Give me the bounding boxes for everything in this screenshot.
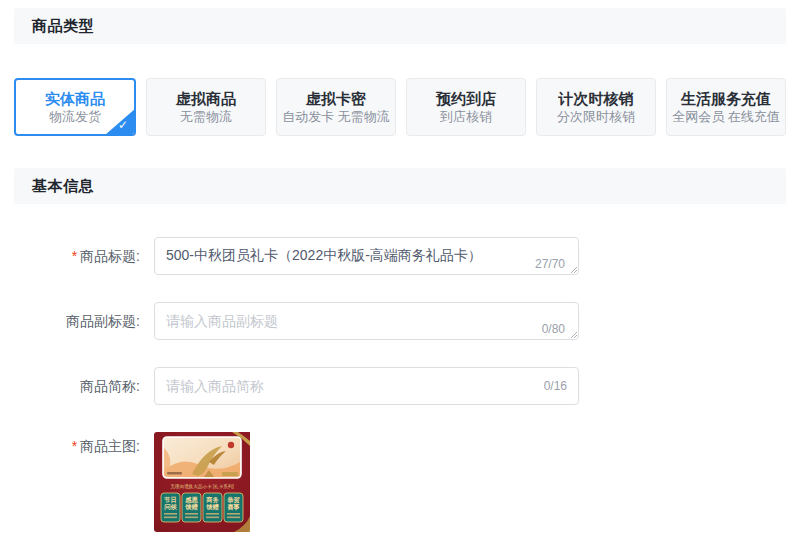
type-card-subtitle: 无需物流	[180, 110, 232, 123]
type-card-subtitle: 全网会员 在线充值	[672, 110, 780, 123]
product-main-image-label: *商品主图:	[14, 432, 140, 456]
type-card-title: 虚拟商品	[176, 91, 236, 106]
form-row-product-title: *商品标题: 27/70	[14, 237, 786, 275]
required-asterisk: *	[72, 248, 77, 264]
product-title-field-wrap: 27/70	[154, 237, 579, 275]
type-card-count-time-verification[interactable]: 计次时核销 分次限时核销	[536, 78, 656, 136]
type-card-subtitle: 物流发货	[49, 110, 101, 123]
basic-info-form: *商品标题: 27/70 商品副标题: 0/80 商品简称:	[14, 237, 786, 532]
thumbnail-caption-text: 无理由退换大品小卡 [礼卡系列]	[170, 483, 234, 490]
section-title-product-type: 商品类型	[32, 17, 94, 36]
required-asterisk: *	[72, 438, 77, 454]
resize-grip-icon[interactable]	[568, 264, 577, 273]
product-subtitle-input[interactable]	[155, 303, 578, 339]
section-title-basic-info: 基本信息	[32, 177, 94, 196]
type-card-virtual-goods[interactable]: 虚拟商品 无需物流	[146, 78, 266, 136]
type-card-subtitle: 自动发卡 无需物流	[282, 110, 390, 123]
gift-card-promo-image: 无理由退换大品小卡 [礼卡系列] 节日 问候 感恩 馈赠 商务 馈赠 恭贺	[154, 432, 250, 532]
type-card-title: 实体商品	[45, 91, 105, 106]
form-row-product-subtitle: 商品副标题: 0/80	[14, 302, 786, 340]
svg-text:喜事: 喜事	[226, 503, 239, 511]
svg-text:馈赠: 馈赠	[184, 503, 198, 511]
svg-text:问候: 问候	[164, 503, 177, 511]
type-card-title: 计次时核销	[559, 91, 634, 106]
product-short-name-input[interactable]	[155, 368, 578, 404]
product-short-name-field-wrap: 0/16	[154, 367, 579, 405]
product-main-image-thumbnail[interactable]: 无理由退换大品小卡 [礼卡系列] 节日 问候 感恩 馈赠 商务 馈赠 恭贺	[154, 432, 250, 532]
type-card-title: 生活服务充值	[681, 91, 771, 106]
checkmark-icon: ✓	[118, 118, 128, 132]
resize-grip-icon[interactable]	[568, 329, 577, 338]
selected-corner-badge: ✓	[105, 109, 135, 135]
form-row-product-main-image: *商品主图:	[14, 432, 786, 532]
section-header-basic-info: 基本信息	[14, 168, 786, 204]
type-card-title: 虚拟卡密	[306, 91, 366, 106]
section-header-product-type: 商品类型	[14, 8, 786, 44]
type-card-subtitle: 到店核销	[440, 110, 492, 123]
product-short-name-label: 商品简称:	[14, 376, 140, 396]
product-subtitle-field-wrap: 0/80	[154, 302, 579, 340]
product-type-card-list: 实体商品 物流发货 ✓ 虚拟商品 无需物流 虚拟卡密 自动发卡 无需物流 预约到…	[14, 78, 786, 136]
type-card-virtual-card-key[interactable]: 虚拟卡密 自动发卡 无需物流	[276, 78, 396, 136]
product-title-input[interactable]	[155, 238, 578, 274]
product-subtitle-label: 商品副标题:	[14, 311, 140, 331]
product-edit-page: 商品类型 实体商品 物流发货 ✓ 虚拟商品 无需物流 虚拟卡密 自动发卡 无需物…	[14, 8, 786, 532]
type-card-life-service-recharge[interactable]: 生活服务充值 全网会员 在线充值	[666, 78, 786, 136]
svg-text:馈赠: 馈赠	[205, 503, 219, 511]
type-card-reserve-in-store[interactable]: 预约到店 到店核销	[406, 78, 526, 136]
type-card-subtitle: 分次限时核销	[557, 110, 635, 123]
form-row-product-short-name: 商品简称: 0/16	[14, 367, 786, 405]
type-card-physical-goods[interactable]: 实体商品 物流发货 ✓	[14, 78, 136, 136]
product-title-label: *商品标题:	[14, 246, 140, 266]
type-card-title: 预约到店	[436, 91, 496, 106]
